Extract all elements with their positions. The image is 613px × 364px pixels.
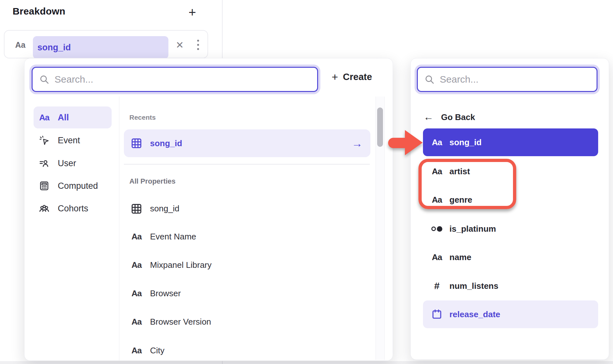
chip-value-label: song_id xyxy=(37,43,71,53)
breakdown-section-title: Breakdown xyxy=(13,6,65,17)
recent-property-song-id[interactable]: song_id → xyxy=(124,129,370,157)
annotation-rectangle xyxy=(418,159,516,209)
close-icon: ✕ xyxy=(176,39,184,51)
category-tab-all[interactable]: Aa All xyxy=(34,106,112,128)
drill-in-arrow-icon[interactable]: → xyxy=(352,129,363,157)
text-type-icon: Aa xyxy=(129,346,144,356)
panel-divider xyxy=(222,0,223,58)
category-tab-user[interactable]: User xyxy=(34,152,112,174)
list-divider xyxy=(124,164,370,165)
search-icon xyxy=(39,74,49,85)
calculator-icon xyxy=(38,180,50,192)
property-label: song_id xyxy=(449,137,482,147)
nested-search-box[interactable] xyxy=(417,67,598,92)
property-row-event-name[interactable]: Aa Event Name xyxy=(124,223,363,251)
breakdown-property-picker-screen: Breakdown + Aa song_id ✕ + Create xyxy=(0,0,613,364)
boolean-type-icon xyxy=(429,226,444,232)
kebab-dot xyxy=(197,40,199,42)
nested-property-row-name[interactable]: Aa name xyxy=(423,243,598,271)
recents-header: Recents xyxy=(129,114,156,121)
nested-property-row-release-date[interactable]: release_date xyxy=(423,300,598,328)
kebab-dot xyxy=(197,48,199,50)
text-type-icon: Aa xyxy=(129,260,144,270)
property-row-browser-version[interactable]: Aa Browser Version xyxy=(124,308,363,336)
text-type-icon: Aa xyxy=(38,112,50,123)
all-properties-header: All Properties xyxy=(129,177,176,186)
property-label: release_date xyxy=(449,309,500,319)
property-label: num_listens xyxy=(449,281,498,291)
go-back-button[interactable]: ← Go Back xyxy=(424,107,475,127)
text-type-icon: Aa xyxy=(429,252,444,262)
property-label: Browser xyxy=(150,288,181,298)
property-label: is_platinum xyxy=(449,224,496,234)
column-divider xyxy=(119,96,119,360)
people-icon xyxy=(38,203,50,214)
category-label: All xyxy=(58,113,69,123)
scrollbar-thumb[interactable] xyxy=(377,107,383,147)
go-back-label: Go Back xyxy=(441,112,475,122)
remove-breakdown-button[interactable]: ✕ xyxy=(172,31,188,59)
nested-property-row-num-listens[interactable]: # num_listens xyxy=(423,272,598,300)
add-breakdown-button[interactable]: + xyxy=(185,5,200,20)
text-type-icon: Aa xyxy=(129,288,144,298)
search-icon xyxy=(424,74,435,85)
nested-property-row-song-id[interactable]: Aa song_id xyxy=(423,128,598,156)
create-button-label: Create xyxy=(343,72,372,82)
plus-icon: + xyxy=(188,5,196,20)
search-input[interactable] xyxy=(55,74,311,85)
text-type-icon: Aa xyxy=(129,232,144,242)
property-row-song-id[interactable]: song_id xyxy=(124,195,363,223)
category-tab-computed[interactable]: Computed xyxy=(34,175,112,197)
property-label: name xyxy=(449,252,471,262)
category-label: User xyxy=(58,158,76,168)
kebab-dot xyxy=(197,44,199,46)
property-label: Event Name xyxy=(150,232,196,242)
property-label: Mixpanel Library xyxy=(150,260,212,270)
category-tab-event[interactable]: Event xyxy=(34,129,112,151)
calendar-icon xyxy=(429,308,444,320)
grid-type-icon xyxy=(129,137,144,149)
property-label: Browser Version xyxy=(150,317,211,327)
breakdown-chip-value[interactable]: song_id xyxy=(33,36,168,59)
category-tab-cohorts[interactable]: Cohorts xyxy=(34,197,112,219)
property-search-box[interactable] xyxy=(32,67,318,92)
search-input[interactable] xyxy=(440,74,590,85)
property-row-mixpanel-library[interactable]: Aa Mixpanel Library xyxy=(124,251,363,279)
text-type-icon: Aa xyxy=(15,31,25,59)
arrow-left-icon: ← xyxy=(424,111,434,123)
property-row-city[interactable]: Aa City xyxy=(124,337,363,364)
create-property-button[interactable]: + Create xyxy=(332,71,372,82)
category-label: Computed xyxy=(58,181,98,191)
property-row-browser[interactable]: Aa Browser xyxy=(124,279,363,308)
category-label: Event xyxy=(58,136,80,146)
annotation-arrow-head xyxy=(405,130,423,155)
annotation-arrow xyxy=(388,130,424,156)
property-picker-popup: + Create Aa All Event xyxy=(24,58,393,361)
breakdown-options-button[interactable] xyxy=(191,31,205,59)
plus-icon: + xyxy=(332,71,338,82)
event-click-icon xyxy=(38,135,50,146)
grid-type-icon xyxy=(129,203,144,215)
category-label: Cohorts xyxy=(58,204,88,214)
property-label: City xyxy=(150,346,165,356)
user-icon xyxy=(38,157,50,169)
number-type-icon: # xyxy=(429,280,444,291)
property-label: song_id xyxy=(150,138,182,148)
breakdown-chip: Aa song_id ✕ xyxy=(4,30,208,58)
property-label: song_id xyxy=(150,204,179,214)
text-type-icon: Aa xyxy=(429,137,444,147)
nested-property-row-is-platinum[interactable]: is_platinum xyxy=(423,215,598,243)
text-type-icon: Aa xyxy=(129,317,144,327)
